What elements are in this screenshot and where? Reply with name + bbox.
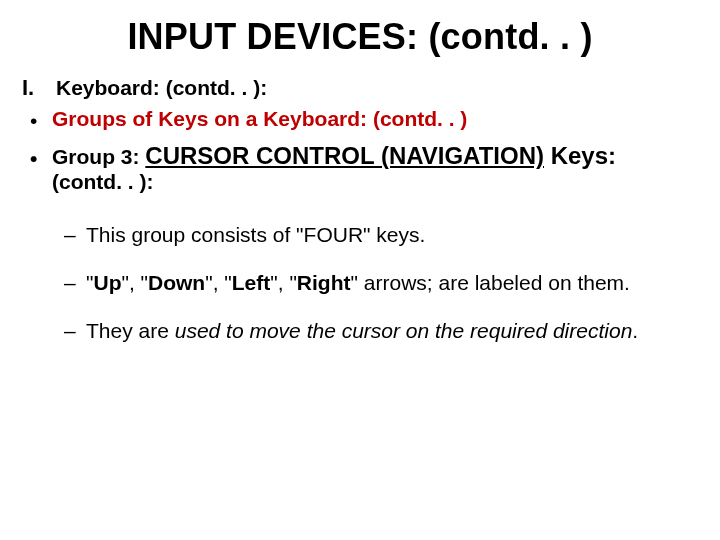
point-four-keys-text: This group consists of "FOUR" keys. — [86, 222, 425, 248]
point-move-cursor-text: They are used to move the cursor on the … — [86, 318, 638, 344]
slide: INPUT DEVICES: (contd. . ) I. Keyboard: … — [0, 0, 720, 540]
dash-icon: – — [64, 270, 86, 296]
point-four-keys: – This group consists of "FOUR" keys. — [64, 222, 698, 248]
heading-row: I. Keyboard: (contd. . ): — [22, 74, 698, 102]
group3-trail: Keys: — [544, 142, 616, 169]
roman-numeral: I. — [22, 74, 56, 102]
bullet-group3: • Group 3: CURSOR CONTROL (NAVIGATION) K… — [30, 142, 698, 194]
heading-text: Keyboard: (contd. . ): — [56, 75, 267, 101]
group3-main: CURSOR CONTROL (NAVIGATION) — [145, 142, 544, 169]
bullet-groups-of-keys: • Groups of Keys on a Keyboard: (contd. … — [30, 106, 698, 132]
group3-text-wrap: Group 3: CURSOR CONTROL (NAVIGATION) Key… — [52, 142, 616, 194]
point-move-cursor: – They are used to move the cursor on th… — [64, 318, 698, 344]
group3-lead: Group 3: — [52, 145, 145, 168]
group3-contd: (contd. . ): — [52, 170, 153, 193]
point-arrow-labels-text: "Up", "Down", "Left", "Right" arrows; ar… — [86, 270, 630, 296]
dash-icon: – — [64, 318, 86, 344]
point-arrow-labels: – "Up", "Down", "Left", "Right" arrows; … — [64, 270, 698, 296]
bullet-groups-text: Groups of Keys on a Keyboard: (contd. . … — [52, 106, 467, 132]
bullet-dot: • — [30, 148, 52, 169]
slide-title: INPUT DEVICES: (contd. . ) — [22, 16, 698, 58]
dash-icon: – — [64, 222, 86, 248]
bullet-dot: • — [30, 110, 52, 131]
